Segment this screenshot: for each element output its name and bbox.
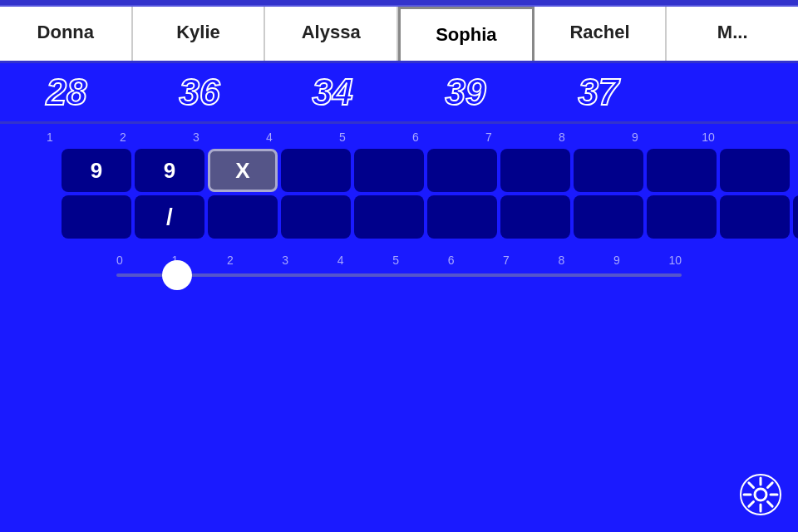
player-tab-rachel[interactable]: Rachel [534, 7, 667, 61]
frame-nums-row: 12345678910 [15, 131, 798, 144]
player-score-kylie: 36 [133, 71, 266, 113]
pins-area: 012345678910 [0, 245, 798, 277]
player-tab-kylie[interactable]: Kylie [133, 7, 266, 61]
frame-num-4: 4 [234, 131, 304, 144]
pin-num-2: 2 [227, 254, 234, 267]
pin-num-10: 10 [668, 254, 682, 267]
frame-cell-top-10[interactable] [720, 149, 790, 192]
frame-cell-top-3[interactable]: X [208, 149, 278, 192]
frame-col-1: 9 [62, 149, 131, 239]
frames-area: 12345678910 99/X [0, 124, 798, 239]
frame-cell-bottom-8[interactable] [574, 195, 643, 239]
frame-num-5: 5 [308, 131, 377, 144]
frame-col-8 [574, 149, 643, 239]
frame-cell-bottom-4[interactable] [281, 195, 351, 239]
pin-num-9: 9 [613, 254, 620, 267]
frame-cell-bottom-2[interactable]: / [135, 195, 204, 239]
frame-col-9 [647, 149, 717, 239]
frame-cell-bottom-5[interactable] [354, 195, 424, 239]
frame-num-3: 3 [161, 131, 231, 144]
pin-num-0: 0 [116, 254, 123, 267]
frame-num-9: 9 [600, 131, 670, 144]
frames-header: 12345678910 [8, 131, 790, 144]
frame-cell-bottom-3[interactable] [208, 195, 278, 239]
frame-num-2: 2 [88, 131, 158, 144]
frame-num-6: 6 [381, 131, 451, 144]
frame-col-6 [427, 149, 497, 239]
player-score-m... [665, 71, 798, 113]
frame-cell-bottom-7[interactable] [500, 195, 570, 239]
player-tab-sophia[interactable]: Sophia [398, 7, 534, 61]
scores-row: 2836343937 [0, 63, 798, 124]
player-tab-donna[interactable]: Donna [0, 7, 133, 61]
frame-col-3: X [208, 149, 278, 239]
frame-col-5 [354, 149, 424, 239]
top-bar [0, 0, 798, 7]
pin-num-8: 8 [559, 254, 565, 267]
frame-num-10: 10 [673, 131, 743, 144]
frame-cell-top-1[interactable]: 9 [62, 149, 131, 192]
slider-row[interactable] [8, 273, 790, 277]
player-score-rachel: 37 [532, 71, 665, 113]
frame-col-7 [500, 149, 570, 239]
pin-num-4: 4 [337, 254, 344, 267]
settings-button[interactable] [740, 474, 781, 515]
pin-num-3: 3 [282, 254, 288, 267]
player-score-sophia: 39 [399, 71, 532, 113]
gear-icon [740, 474, 781, 515]
frame-col-2: 9/ [135, 149, 204, 239]
frame-num-7: 7 [454, 131, 524, 144]
player-score-alyssa: 34 [266, 71, 399, 113]
frame-col-4 [281, 149, 351, 239]
frame-cell-top-9[interactable] [647, 149, 717, 192]
player-score-donna: 28 [0, 71, 133, 113]
frame-cell-extra-10[interactable] [793, 195, 798, 239]
frame-col-10 [720, 149, 790, 239]
frame-num-8: 8 [527, 131, 597, 144]
frame-cell-top-6[interactable] [427, 149, 497, 192]
pin-num-5: 5 [392, 254, 399, 267]
frame-cell-top-2[interactable]: 9 [135, 149, 204, 192]
frame-cell-bottom-6[interactable] [427, 195, 497, 239]
frame-col-10-extra [793, 149, 798, 239]
pin-num-7: 7 [503, 254, 510, 267]
frame-cell-bottom-1[interactable] [62, 195, 131, 239]
frame-num-1: 1 [15, 131, 85, 144]
frame-cell-top-7[interactable] [500, 149, 570, 192]
frame-cell-bottom-10[interactable] [720, 195, 790, 239]
pin-num-6: 6 [448, 254, 455, 267]
slider-thumb[interactable] [162, 260, 192, 290]
player-tab-alyssa[interactable]: Alyssa [265, 7, 398, 61]
frame-cell-bottom-9[interactable] [647, 195, 717, 239]
slider-track[interactable] [116, 273, 682, 277]
player-tabs: DonnaKylieAlyssaSophiaRachelM... [0, 7, 798, 63]
player-tab-m...[interactable]: M... [667, 7, 798, 61]
frame-cell-top-4[interactable] [281, 149, 351, 192]
frame-cell-top-5[interactable] [354, 149, 424, 192]
frames-grid: 99/X [62, 149, 790, 239]
pins-numbers: 012345678910 [8, 254, 790, 267]
frame-cell-top-8[interactable] [574, 149, 643, 192]
